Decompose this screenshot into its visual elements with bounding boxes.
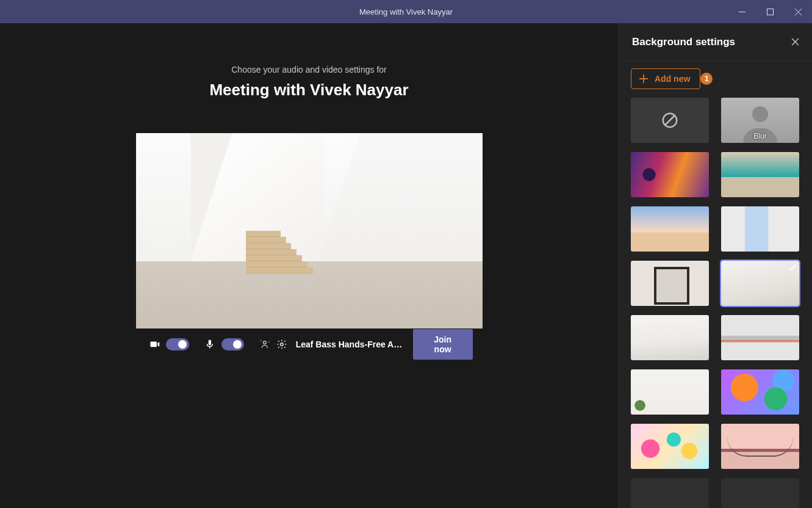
add-new-badge: 1 <box>700 73 713 85</box>
window-title: Meeting with Vivek Nayyar <box>359 7 453 16</box>
background-tile-office1[interactable] <box>721 152 799 197</box>
panel-title: Background settings <box>632 36 735 48</box>
background-tile-blur[interactable]: Blur <box>721 98 799 143</box>
meeting-title: Meeting with Vivek Nayyar <box>209 81 408 100</box>
video-preview <box>136 133 483 328</box>
svg-point-1 <box>264 341 266 344</box>
panel-header: Background settings <box>619 23 812 61</box>
window-controls <box>728 0 812 23</box>
background-tile-bridge[interactable] <box>721 424 799 469</box>
background-tile-loft[interactable] <box>721 315 799 360</box>
add-new-label: Add new <box>655 74 690 84</box>
background-settings-panel: Background settings Add new 1 Blur <box>618 23 812 508</box>
add-new-row: Add new 1 <box>631 68 806 89</box>
mic-icon <box>204 338 215 350</box>
background-tile-extra1[interactable] <box>631 478 709 508</box>
background-tile-space[interactable] <box>631 152 709 197</box>
background-tile-window[interactable] <box>721 206 799 252</box>
join-now-button[interactable]: Join now <box>413 329 473 360</box>
svg-rect-0 <box>767 9 773 15</box>
background-tile-plants[interactable] <box>631 369 709 415</box>
camera-icon <box>149 338 160 350</box>
svg-point-2 <box>281 343 283 346</box>
titlebar: Meeting with Vivek Nayyar <box>0 0 812 23</box>
maximize-icon <box>767 9 774 15</box>
content: Choose your audio and video settings for… <box>0 23 812 508</box>
plus-icon <box>639 74 649 84</box>
close-icon <box>795 9 802 15</box>
close-icon <box>791 38 799 46</box>
maximize-button[interactable] <box>756 0 784 23</box>
stage-subhead: Choose your audio and video settings for <box>231 65 387 74</box>
check-icon <box>788 263 797 274</box>
none-icon <box>661 111 679 129</box>
background-tile-mirror[interactable] <box>631 261 709 306</box>
background-tile-beach[interactable] <box>631 206 709 252</box>
preview-decoration <box>246 228 313 274</box>
minimize-icon <box>739 9 746 15</box>
background-tile-balloons1[interactable] <box>721 369 799 415</box>
background-tile-balloons2[interactable] <box>631 424 709 469</box>
audio-device-name[interactable]: Leaf Bass Hands-Free AG Au... <box>296 339 407 349</box>
background-tile-extra2[interactable] <box>721 478 799 508</box>
minimize-button[interactable] <box>728 0 756 23</box>
background-grid: Blur <box>626 98 806 508</box>
control-bar: Leaf Bass Hands-Free AG Au... Join now <box>136 328 483 360</box>
mic-toggle[interactable] <box>221 338 244 350</box>
add-new-button[interactable]: Add new <box>631 68 700 89</box>
background-tile-none[interactable] <box>631 98 709 143</box>
background-effects-icon[interactable] <box>259 338 270 350</box>
device-settings-icon[interactable] <box>276 338 287 350</box>
panel-body: Add new 1 Blur <box>619 61 812 508</box>
panel-close-button[interactable] <box>789 36 801 48</box>
background-tile-white1[interactable] <box>721 261 799 306</box>
prejoin-stage: Choose your audio and video settings for… <box>0 23 618 508</box>
close-button[interactable] <box>784 0 812 23</box>
camera-toggle[interactable] <box>166 338 189 350</box>
tile-label: Blur <box>721 132 799 140</box>
background-tile-white2[interactable] <box>631 315 709 360</box>
